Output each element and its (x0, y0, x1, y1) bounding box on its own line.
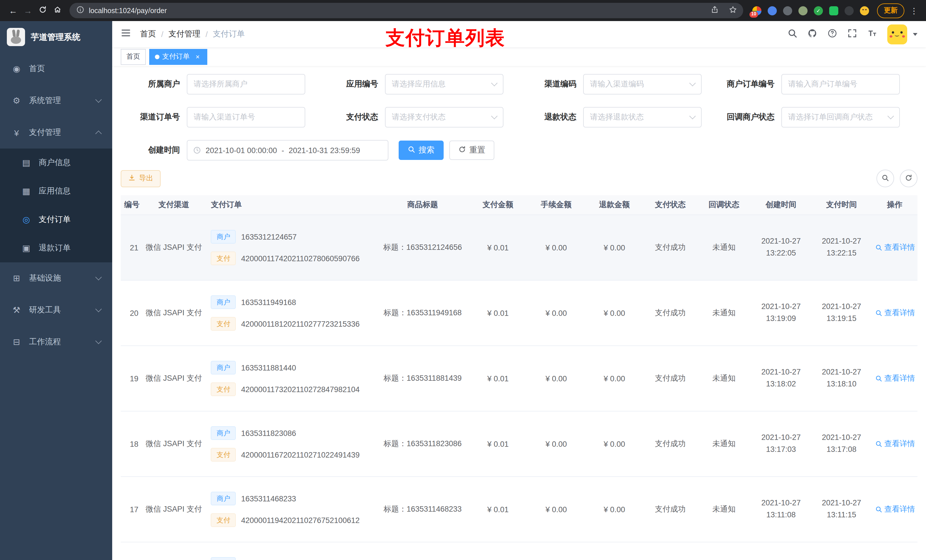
site-info-icon[interactable] (76, 5, 84, 16)
table-cell: ¥ 0.00 (527, 411, 585, 477)
view-detail-link[interactable]: 查看详情 (875, 308, 915, 318)
sidebar-item-devtools[interactable]: ⚒研发工具 (0, 294, 112, 326)
filter-notify-status-select[interactable]: 请选择订单回调商户状态 (781, 107, 900, 127)
filter-merchant-input[interactable]: 请选择所属商户 (187, 74, 305, 95)
filter-refund-status-select[interactable]: 请选择退款状态 (583, 107, 702, 127)
bookmark-star-icon[interactable] (726, 4, 740, 17)
extension-dark-pin-icon[interactable] (844, 6, 854, 15)
column-header: 支付时间 (811, 195, 872, 215)
filter-merchant-label: 所属商户 (121, 79, 187, 89)
search-icon[interactable] (788, 28, 797, 40)
table-cell (811, 542, 872, 560)
table-cell: 支付成功 (643, 280, 697, 346)
merchant-tag: 商户 (211, 361, 236, 374)
extension-grid-icon[interactable]: 10 (752, 6, 761, 15)
filter-pay-status-label: 支付状态 (319, 112, 385, 122)
view-detail-link[interactable]: 查看详情 (875, 373, 915, 383)
app-logo[interactable]: 芋道管理系统 (0, 21, 112, 53)
app-grid-icon: ▦ (21, 186, 31, 196)
table-refresh-icon[interactable] (900, 170, 917, 187)
fullscreen-icon[interactable] (847, 28, 857, 40)
close-icon[interactable]: × (194, 53, 201, 60)
extension-green-check-icon[interactable]: ✓ (814, 6, 823, 15)
table-cell: 微信 JSAPI 支付 (140, 411, 207, 477)
table-cell: 标题：1635311881439 (377, 346, 469, 411)
browser-update-button[interactable]: 更新 (877, 3, 904, 18)
filter-row: 所属商户请选择所属商户应用编号请选择应用信息渠道编码请输入渠道编码商户订单编号请… (121, 74, 917, 95)
filter-app-id-select[interactable]: 请选择应用信息 (385, 74, 504, 95)
table-cell: 查看详情 (872, 346, 918, 411)
extension-sage-icon[interactable] (799, 6, 808, 15)
filter-merchant-order-no-input[interactable]: 请输入商户订单编号 (781, 74, 900, 95)
sidebar-item-infrastructure[interactable]: ⊞基础设施 (0, 263, 112, 294)
chevron-down-icon (491, 113, 498, 119)
breadcrumb-separator: / (161, 30, 163, 39)
chevron-down-icon (689, 113, 696, 119)
table-cell: 支付成功 (643, 346, 697, 411)
table-cell: 19 (121, 346, 140, 411)
help-icon[interactable] (828, 28, 837, 40)
extension-gray-icon[interactable] (783, 6, 792, 15)
table-cell: ¥ 0.01 (469, 280, 527, 346)
table-cell: ¥ 0.00 (527, 280, 585, 346)
browser-home-icon[interactable] (50, 3, 65, 18)
menu-collapse-icon[interactable] (121, 28, 131, 41)
search-button[interactable]: 搜索 (399, 140, 443, 160)
bank-card-icon: ▤ (21, 158, 31, 168)
sidebar-item-merchant-info[interactable]: ▤商户信息 (0, 148, 112, 177)
tab-pay-order[interactable]: 支付订单 × (149, 49, 207, 65)
merchant-tag: 商户 (211, 557, 236, 560)
share-icon[interactable] (708, 4, 722, 17)
table-row: 19微信 JSAPI 支付商户1635311881440支付4200001173… (121, 346, 917, 411)
address-bar[interactable]: localhost:1024/pay/order (70, 3, 743, 18)
view-detail-link[interactable]: 查看详情 (875, 439, 915, 449)
filter-channel-code-select[interactable]: 请输入渠道编码 (583, 74, 702, 95)
table-cell: ¥ 0.00 (527, 477, 585, 542)
browser-refresh-icon[interactable] (35, 3, 50, 18)
create-time-range-input[interactable]: 2021-10-01 00:00:00 - 2021-10-31 23:59:5… (187, 140, 388, 160)
reset-button[interactable]: 重置 (449, 140, 494, 160)
sidebar-item-pay-order[interactable]: ◎支付订单 (0, 205, 112, 234)
table-cell: 标题：1635311823086 (377, 411, 469, 477)
tab-home[interactable]: 首页 (121, 49, 146, 65)
table-cell (872, 542, 918, 560)
browser-menu-icon[interactable]: ⋮ (908, 6, 920, 15)
column-header: 支付金额 (469, 195, 527, 215)
profile-avatar-icon[interactable] (860, 6, 869, 15)
font-size-icon[interactable] (867, 28, 877, 40)
filter-channel-order-no-input[interactable]: 请输入渠道订单号 (187, 107, 305, 127)
view-detail-link[interactable]: 查看详情 (875, 504, 915, 515)
toggle-search-icon[interactable] (876, 170, 894, 187)
user-avatar[interactable] (887, 24, 907, 44)
sidebar-item-app-info[interactable]: ▦应用信息 (0, 177, 112, 205)
date-separator: - (281, 146, 284, 154)
browser-back-icon[interactable]: ← (6, 3, 21, 18)
sidebar-item-workflow[interactable]: ⊟工作流程 (0, 326, 112, 358)
export-button[interactable]: 导出 (121, 170, 160, 187)
github-icon[interactable] (808, 28, 817, 40)
filter-refund-status-label: 退款状态 (517, 112, 583, 122)
browser-forward-icon[interactable]: → (21, 3, 35, 18)
table-cell (377, 542, 469, 560)
extension-chat-icon[interactable] (829, 6, 838, 15)
breadcrumb: 首页 / 支付管理 / 支付订单 (140, 29, 245, 39)
table-cell: 未通知 (697, 477, 750, 542)
filter-channel-code-label: 渠道编码 (517, 79, 583, 89)
app: 芋道管理系统 ◉首页⚙系统管理¥支付管理▤商户信息▦应用信息◎支付订单▣退款订单… (0, 21, 926, 560)
sidebar-item-system[interactable]: ⚙系统管理 (0, 85, 112, 117)
extension-pin-blue-icon[interactable] (768, 6, 777, 15)
sidebar-item-payment[interactable]: ¥支付管理 (0, 117, 112, 148)
table-cell: 未通知 (697, 215, 750, 280)
filter-pay-status-select[interactable]: 请选择支付状态 (385, 107, 504, 127)
table-cell: ¥ 0.00 (585, 411, 643, 477)
breadcrumb-pay-manage[interactable]: 支付管理 (169, 29, 200, 39)
sidebar-item-refund-order[interactable]: ▣退款订单 (0, 234, 112, 263)
refund-doc-icon: ▣ (21, 243, 31, 253)
navbar-actions (788, 24, 917, 44)
table-cell: 17 (121, 477, 140, 542)
pay-tag: 支付 (211, 317, 236, 331)
chevron-down-icon[interactable] (913, 33, 917, 36)
view-detail-link[interactable]: 查看详情 (875, 242, 915, 253)
breadcrumb-home[interactable]: 首页 (140, 29, 156, 39)
sidebar-item-home[interactable]: ◉首页 (0, 53, 112, 85)
